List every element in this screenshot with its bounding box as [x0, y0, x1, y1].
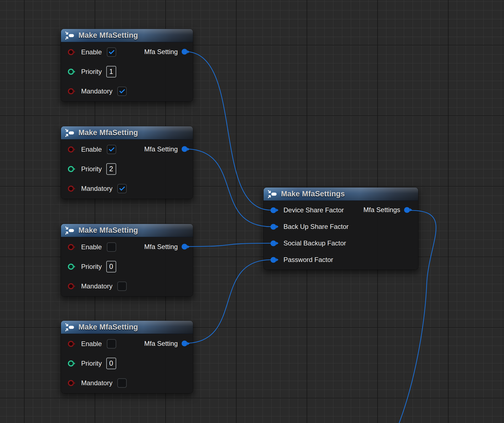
- pin-label: Priority: [81, 165, 102, 173]
- priority-value-input[interactable]: 1: [106, 66, 116, 77]
- blueprint-node-make-mfasettings[interactable]: Make MfaSettingsMfa SettingsDevice Share…: [264, 188, 418, 270]
- struct-pin-password-factor[interactable]: [270, 257, 276, 263]
- node-body: EnablePriority2Mandatory: [61, 140, 193, 198]
- bool-pin-mandatory[interactable]: [68, 186, 74, 192]
- connection-wire[interactable]: [185, 52, 271, 210]
- priority-value-input[interactable]: 0: [106, 261, 116, 272]
- mandatory-checkbox[interactable]: [117, 282, 127, 291]
- priority-value-input[interactable]: 0: [106, 358, 116, 369]
- input-pin-row: Enable: [61, 140, 193, 159]
- pin-label: Priority: [81, 263, 102, 271]
- node-title: Make MfaSetting: [78, 226, 138, 235]
- pin-label: Social Backup Factor: [283, 239, 346, 247]
- enable-checkbox[interactable]: [107, 145, 116, 154]
- struct-pin-back-up-share-factor[interactable]: [270, 224, 276, 230]
- pin-label: Mandatory: [81, 379, 112, 387]
- mandatory-checkbox[interactable]: [117, 184, 127, 193]
- bool-pin-mandatory[interactable]: [68, 380, 74, 386]
- node-title: Make MfaSetting: [78, 31, 138, 40]
- node-title: Make MfaSetting: [78, 128, 138, 137]
- input-pin-row: Enable: [61, 334, 193, 354]
- int-pin-priority[interactable]: [68, 69, 74, 75]
- make-struct-icon: [65, 31, 75, 40]
- struct-pin-social-backup-factor[interactable]: [270, 240, 276, 246]
- enable-checkbox[interactable]: [107, 242, 116, 252]
- pin-label: Priority: [81, 68, 102, 76]
- input-pin-row: Mandatory: [61, 373, 193, 393]
- node-body: EnablePriority0Mandatory: [61, 237, 193, 296]
- pin-label: Enable: [81, 48, 102, 56]
- blueprint-node-make-mfasetting[interactable]: Make MfaSettingMfa SettingEnablePriority…: [61, 224, 193, 296]
- input-pin-row: Priority0: [61, 354, 193, 373]
- pin-label: Password Factor: [283, 256, 333, 264]
- input-pin-row: Enable: [61, 237, 193, 257]
- bool-pin-enable[interactable]: [68, 244, 74, 250]
- make-struct-icon: [65, 323, 75, 332]
- make-struct-icon: [267, 190, 277, 199]
- make-struct-icon: [65, 128, 75, 137]
- node-header[interactable]: Make MfaSetting: [61, 126, 193, 140]
- input-pin-row: Mandatory: [61, 179, 193, 198]
- input-pin-row: Priority1: [61, 62, 193, 81]
- input-pin-row: Password Factor: [264, 251, 418, 268]
- make-struct-icon: [65, 226, 75, 235]
- pin-label: Priority: [81, 360, 102, 367]
- node-header[interactable]: Make MfaSettings: [264, 188, 418, 201]
- node-body: Device Share FactorBack Up Share FactorS…: [264, 201, 418, 268]
- bool-pin-enable[interactable]: [68, 49, 74, 55]
- int-pin-priority[interactable]: [68, 166, 74, 172]
- blueprint-node-make-mfasetting[interactable]: Make MfaSettingMfa SettingEnablePriority…: [61, 126, 193, 199]
- input-pin-row: Enable: [61, 42, 193, 62]
- pin-label: Mandatory: [81, 282, 112, 290]
- bool-pin-mandatory[interactable]: [68, 283, 74, 289]
- input-pin-row: Priority0: [61, 257, 193, 276]
- node-header[interactable]: Make MfaSetting: [61, 224, 193, 237]
- input-pin-row: Priority2: [61, 159, 193, 179]
- bool-pin-mandatory[interactable]: [68, 88, 74, 94]
- blueprint-node-make-mfasetting[interactable]: Make MfaSettingMfa SettingEnablePriority…: [61, 29, 193, 101]
- blueprint-graph-canvas[interactable]: Make MfaSettingMfa SettingEnablePriority…: [0, 0, 504, 423]
- input-pin-row: Social Backup Factor: [264, 235, 418, 251]
- bool-pin-enable[interactable]: [68, 146, 74, 152]
- input-pin-row: Device Share Factor: [264, 202, 418, 218]
- struct-pin-device-share-factor[interactable]: [270, 207, 276, 213]
- input-pin-row: Back Up Share Factor: [264, 218, 418, 235]
- connection-wire[interactable]: [185, 243, 271, 247]
- pin-label: Enable: [81, 243, 102, 251]
- pin-label: Device Share Factor: [283, 206, 344, 214]
- priority-value-input[interactable]: 2: [106, 163, 116, 175]
- node-title: Make MfaSetting: [78, 323, 138, 331]
- input-pin-row: Mandatory: [61, 276, 193, 296]
- connection-wire[interactable]: [185, 149, 271, 227]
- enable-checkbox[interactable]: [107, 47, 116, 57]
- pin-label: Back Up Share Factor: [283, 223, 349, 231]
- node-title: Make MfaSettings: [281, 190, 345, 198]
- mandatory-checkbox[interactable]: [117, 87, 127, 96]
- pin-label: Enable: [81, 340, 102, 348]
- pin-label: Mandatory: [81, 185, 112, 192]
- bool-pin-enable[interactable]: [68, 341, 74, 347]
- pin-label: Mandatory: [81, 87, 112, 95]
- pin-label: Enable: [81, 146, 102, 153]
- node-header[interactable]: Make MfaSetting: [61, 321, 193, 334]
- int-pin-priority[interactable]: [68, 264, 74, 270]
- node-body: EnablePriority1Mandatory: [61, 42, 193, 101]
- enable-checkbox[interactable]: [107, 339, 116, 349]
- node-body: EnablePriority0Mandatory: [61, 334, 193, 393]
- input-pin-row: Mandatory: [61, 81, 193, 101]
- mandatory-checkbox[interactable]: [117, 378, 127, 388]
- connection-wire[interactable]: [185, 260, 271, 343]
- blueprint-node-make-mfasetting[interactable]: Make MfaSettingMfa SettingEnablePriority…: [61, 321, 193, 393]
- node-header[interactable]: Make MfaSetting: [61, 29, 193, 42]
- int-pin-priority[interactable]: [68, 360, 74, 366]
